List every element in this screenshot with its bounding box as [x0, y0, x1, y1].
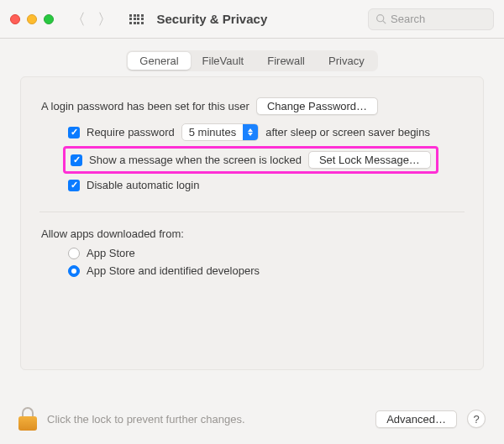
allow-appstore-dev-label: App Store and identified developers: [87, 264, 260, 277]
tab-firewall[interactable]: Firewall: [255, 52, 317, 70]
delay-value: 5 minutes: [182, 126, 243, 138]
nav-arrows: 〈 〉: [67, 9, 116, 29]
advanced-button[interactable]: Advanced…: [375, 410, 457, 428]
general-panel: A login password has been set for this u…: [20, 76, 484, 370]
tab-general[interactable]: General: [128, 52, 190, 70]
tab-filevault[interactable]: FileVault: [191, 52, 256, 70]
search-icon: [375, 13, 386, 24]
svg-point-0: [377, 15, 384, 22]
titlebar: 〈 〉 Security & Privacy Search: [0, 0, 504, 39]
after-sleep-text: after sleep or screen saver begins: [265, 126, 430, 138]
allow-appstore-radio[interactable]: [68, 248, 80, 259]
tab-bar: General FileVault Firewall Privacy: [20, 50, 484, 71]
allow-appstore-dev-radio[interactable]: [68, 265, 80, 277]
require-password-delay-select[interactable]: 5 minutes: [181, 123, 259, 141]
window-title: Security & Privacy: [157, 12, 268, 26]
forward-button[interactable]: 〉: [97, 9, 113, 29]
allow-apps-label: Allow apps downloaded from:: [41, 227, 463, 240]
disable-auto-login-checkbox[interactable]: [68, 180, 80, 191]
set-lock-message-button[interactable]: Set Lock Message…: [308, 151, 431, 169]
show-lock-message-checkbox[interactable]: [71, 154, 82, 166]
change-password-button[interactable]: Change Password…: [256, 97, 378, 115]
search-placeholder: Search: [391, 13, 425, 25]
show-lock-message-label: Show a message when the screen is locked: [89, 154, 302, 166]
stepper-icon: [243, 124, 258, 140]
search-field[interactable]: Search: [368, 8, 494, 30]
highlighted-lock-message-row: Show a message when the screen is locked…: [63, 146, 438, 174]
minimize-window-button[interactable]: [27, 14, 37, 24]
help-button[interactable]: ?: [467, 410, 486, 428]
window-controls: [10, 14, 54, 24]
require-password-checkbox[interactable]: [68, 127, 80, 138]
lock-help-text: Click the lock to prevent further change…: [47, 413, 365, 426]
allow-appstore-label: App Store: [87, 247, 135, 259]
lock-icon[interactable]: [18, 407, 37, 431]
back-button[interactable]: 〈: [71, 9, 86, 29]
show-all-prefs-button[interactable]: [124, 14, 149, 24]
svg-line-1: [383, 21, 386, 24]
footer: Click the lock to prevent further change…: [0, 399, 504, 444]
require-password-label: Require password: [87, 126, 175, 138]
password-set-text: A login password has been set for this u…: [41, 100, 249, 112]
close-window-button[interactable]: [10, 14, 20, 24]
disable-auto-login-label: Disable automatic login: [87, 179, 199, 191]
zoom-window-button[interactable]: [44, 14, 54, 24]
section-divider: [39, 212, 465, 212]
tab-privacy[interactable]: Privacy: [317, 52, 376, 70]
